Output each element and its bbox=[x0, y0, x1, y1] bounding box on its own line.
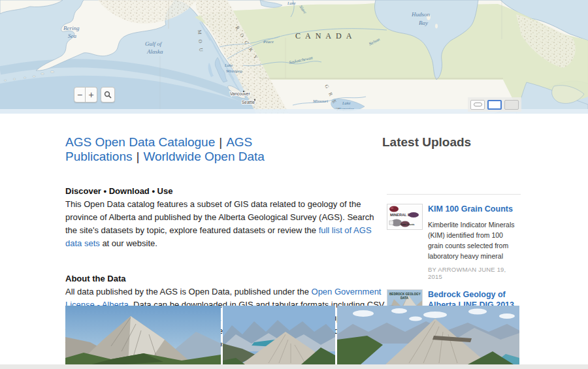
latest-uploads-heading: Latest Uploads bbox=[382, 135, 471, 164]
bedrock-thumb-title-2: DATA bbox=[400, 297, 409, 300]
mountain-photo-2 bbox=[223, 306, 335, 364]
header-row: AGS Open Data Catalogue|AGS Publications… bbox=[0, 114, 588, 164]
map-label-lake-superior: Lake bbox=[342, 101, 351, 105]
map-label-hudson-bay-2: Bay bbox=[419, 20, 428, 26]
basemap-option-plain[interactable] bbox=[504, 100, 519, 110]
footer-strip bbox=[0, 364, 588, 369]
map-label-lake-winnipeg-2: Winnipeg bbox=[226, 69, 242, 73]
zoom-out-button[interactable]: − bbox=[74, 87, 86, 103]
map-label-lake-winnipeg: Lake bbox=[224, 63, 233, 67]
upload-title-kim[interactable]: KIM 100 Grain Counts bbox=[428, 204, 519, 214]
nav-link-ags-open-data-catalogue[interactable]: AGS Open Data Catalogue bbox=[65, 135, 215, 149]
basemap-option-selected[interactable] bbox=[487, 100, 502, 110]
mountain-photo-3 bbox=[337, 306, 519, 364]
map-label-gulf-alaska: Gulf of bbox=[145, 40, 163, 47]
map-label-vancouver: Vancouver bbox=[230, 91, 250, 96]
nav-separator: | bbox=[215, 135, 226, 149]
intro-title: Discover • Download • Use bbox=[65, 185, 385, 198]
basemap-switcher bbox=[468, 97, 521, 112]
kim-thumb-caption: Grain Counts bbox=[400, 223, 415, 226]
map-label-canada: CANADA bbox=[295, 31, 356, 40]
about-title: About the Data bbox=[65, 272, 385, 285]
map-label-hudson-bay: Hudson bbox=[411, 11, 431, 18]
basemap-canvas[interactable]: Bering Sea Gulf of Alaska CANADA Hudson … bbox=[0, 0, 588, 114]
map-label-great-slave-lake: Lake bbox=[287, 1, 296, 5]
map-label-peace-river: Peace bbox=[263, 39, 274, 44]
map-label-bering-sea-2: Sea bbox=[68, 33, 76, 39]
basemap-option-outline[interactable] bbox=[470, 100, 485, 110]
photo-strip bbox=[65, 306, 519, 364]
map-label-missouri-river: Missouri bbox=[312, 99, 328, 103]
map-search-button[interactable] bbox=[101, 87, 115, 103]
intro-text-part2: at our website. bbox=[100, 238, 157, 248]
upload-description-kim: Kimberlite Indicator Minerals (KIM) iden… bbox=[428, 219, 519, 261]
map-zoom-controls: − + bbox=[74, 87, 115, 103]
search-icon bbox=[104, 91, 112, 99]
catalogue-nav: AGS Open Data Catalogue|AGS Publications… bbox=[65, 135, 382, 164]
intro-text: This Open Data catalog features a subset… bbox=[65, 198, 385, 250]
upload-item-kim: MINERAL DATA Grain Counts KIM 100 Grain … bbox=[387, 204, 521, 280]
upload-byline-kim: BY ARROWMAN JUNE 19, 2015 bbox=[428, 266, 519, 280]
page: Bering Sea Gulf of Alaska CANADA Hudson … bbox=[0, 0, 588, 369]
kim-thumbnail[interactable]: MINERAL DATA Grain Counts bbox=[387, 204, 423, 230]
about-text-part1: All data published by the AGS is Open Da… bbox=[65, 287, 312, 297]
bedrock-thumb-title: BEDROCK GEOLOGY bbox=[389, 293, 421, 296]
nav-link-worldwide-open-data[interactable]: Worldwide Open Data bbox=[143, 150, 265, 163]
zoom-in-button[interactable]: + bbox=[86, 87, 97, 103]
intro-section: Discover • Download • Use This Open Data… bbox=[65, 185, 385, 250]
pill-icon bbox=[474, 103, 482, 106]
nav-separator: | bbox=[132, 150, 143, 163]
uploads-divider bbox=[387, 194, 521, 195]
map-label-gulf-alaska-2: Alaska bbox=[146, 48, 163, 55]
mountain-photo-1 bbox=[65, 306, 221, 364]
map-label-seattle: Seattle bbox=[242, 100, 255, 104]
map-label-bering-sea: Bering bbox=[63, 25, 80, 31]
